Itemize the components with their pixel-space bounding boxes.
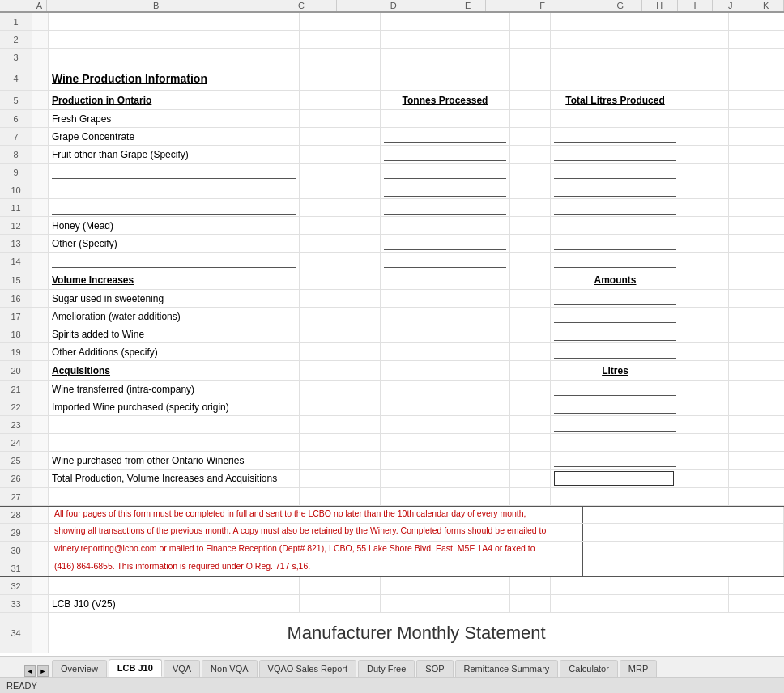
fruit-specify-input[interactable] [52,166,296,179]
tonnes-honey-input[interactable] [384,219,506,232]
litres-other-input[interactable] [554,237,676,250]
tab-lcbj10[interactable]: LCB J10 [109,659,162,677]
table-row: 32 [0,577,784,595]
table-row: 14 [0,253,784,270]
tab-vqao-sales-report[interactable]: VQAO Sales Report [259,660,356,677]
amelioration-input[interactable] [554,310,676,323]
tab-vqa[interactable]: VQA [164,660,200,677]
tab-sop[interactable]: SOP [416,660,453,677]
litres-fresh-grapes-input[interactable] [554,113,676,125]
manufacturer-monthly-statement-title: Manufacturer Monthly Statement [49,613,784,653]
litres-r10-input[interactable] [554,184,676,197]
wine-production-title: Wine Production Information [49,66,300,90]
litres-r14-input[interactable] [554,255,676,268]
production-in-ontario-label: Production in Ontario [49,91,300,109]
table-row: 3 [0,49,784,66]
tab-remittance-summary[interactable]: Remittance Summary [455,660,559,677]
bottom-area: ◄ ► Overview LCB J10 VQA Non VQA VQAO Sa… [0,656,784,693]
status-bar: READY [0,677,784,693]
tonnes-r11-input[interactable] [384,202,506,215]
spreadsheet: A B C D E F G H I J K 1 [0,0,784,656]
r14-specify-input[interactable] [52,255,296,268]
wine-ontario-wineries-input[interactable] [554,454,676,467]
amelioration-label: Amelioration (water additions) [49,308,300,325]
col-f-header: F [486,0,599,11]
notice-line-30: winery.reporting@lcbo.com or mailed to F… [49,542,583,559]
spirits-wine-input[interactable] [554,328,676,341]
col-e-header: E [450,0,486,11]
table-row: 9 [0,164,784,181]
col-c-header: C [266,0,338,11]
tab-overview[interactable]: Overview [52,660,107,677]
table-row: 20 Acquisitions Litres [0,361,784,381]
fruit-other-label: Fruit other than Grape (Specify) [49,146,300,163]
sugar-sweetening-label: Sugar used in sweetening [49,290,300,307]
tab-nonvqa[interactable]: Non VQA [202,660,257,677]
tab-calculator[interactable]: Calculator [560,660,618,677]
col-j-header: J [713,0,748,11]
litres-r9-input[interactable] [554,166,676,179]
col-k-header: K [748,0,784,11]
tab-duty-free[interactable]: Duty Free [358,660,415,677]
other-additions-label: Other Additions (specify) [49,343,300,360]
notice-row-30: 30 winery.reporting@lcbo.com or mailed t… [0,542,784,559]
other-additions-input[interactable] [554,346,676,359]
amounts-label: Amounts [551,270,680,289]
table-row: 8 Fruit other than Grape (Specify) [0,146,784,164]
col-a-header: A [32,0,47,11]
notice-line-31: (416) 864-6855. This information is requ… [49,559,583,576]
rows-area: 1 2 [0,13,784,656]
col-b-header: B [47,0,266,11]
tonnes-grape-concentrate-input[interactable] [384,130,506,143]
tonnes-r9-input[interactable] [384,166,506,179]
r24-input[interactable] [554,436,676,449]
spirits-wine-label: Spirits added to Wine [49,325,300,342]
table-row: 13 Other (Specify) [0,235,784,253]
total-production-label: Total Production, Volume Increases and A… [49,470,300,487]
notice-row-29: 29 showing all transactions of the previ… [0,524,784,542]
tonnes-fruit-other-input[interactable] [384,148,506,161]
imported-wine-label: Imported Wine purchased (specify origin) [49,398,300,415]
table-row: 1 [0,13,784,31]
tonnes-processed-label: Tonnes Processed [381,91,510,109]
status-text: READY [6,681,37,691]
table-row: 26 Total Production, Volume Increases an… [0,470,784,488]
tonnes-fresh-grapes-input[interactable] [384,113,506,125]
table-row: 6 Fresh Grapes [0,110,784,128]
table-row: 5 Production in Ontario Tonnes Processed… [0,91,784,110]
table-row: 21 Wine transferred (intra-company) [0,381,784,398]
table-row: 17 Amelioration (water additions) [0,308,784,325]
table-row: 12 Honey (Mead) [0,217,784,235]
notice-line-29: showing all transactions of the previous… [49,524,583,541]
litres-honey-input[interactable] [554,219,676,232]
tab-next-arrow[interactable]: ► [37,665,49,677]
notice-line-28: All four pages of this form must be comp… [49,507,583,523]
litres-r11-input[interactable] [554,202,676,215]
fresh-grapes-label: Fresh Grapes [49,110,300,127]
tab-mrp[interactable]: MRP [620,660,657,677]
sugar-sweetening-input[interactable] [554,292,676,305]
r11-specify-input[interactable] [52,202,296,215]
honey-mead-label: Honey (Mead) [49,217,300,234]
tonnes-r14-input[interactable] [384,255,506,268]
wine-transferred-input[interactable] [554,383,676,396]
col-h-header: H [642,0,678,11]
tab-prev-arrow[interactable]: ◄ [24,665,36,677]
litres-grape-concentrate-input[interactable] [554,130,676,143]
lcb-j10-label: LCB J10 (V25) [49,595,300,612]
imported-wine-input[interactable] [554,401,676,414]
tonnes-r10-input[interactable] [384,184,506,197]
total-production-value-box[interactable] [554,471,674,486]
total-litres-produced-label: Total Litres Produced [551,91,680,109]
table-row: 25 Wine purchased from other Ontario Win… [0,452,784,470]
r23-input[interactable] [554,419,676,432]
litres-fruit-other-input[interactable] [554,148,676,161]
table-row: 4 Wine Production Information [0,66,784,91]
wine-ontario-wineries-label: Wine purchased from other Ontario Wineri… [49,452,300,469]
table-row: 16 Sugar used in sweetening [0,290,784,308]
manufacturer-title-row: 34 Manufacturer Monthly Statement [0,613,784,653]
tabs-bar: ◄ ► Overview LCB J10 VQA Non VQA VQAO Sa… [0,656,784,677]
tonnes-other-input[interactable] [384,237,506,250]
litres-header-label: Litres [551,361,680,380]
table-row: 23 [0,416,784,434]
